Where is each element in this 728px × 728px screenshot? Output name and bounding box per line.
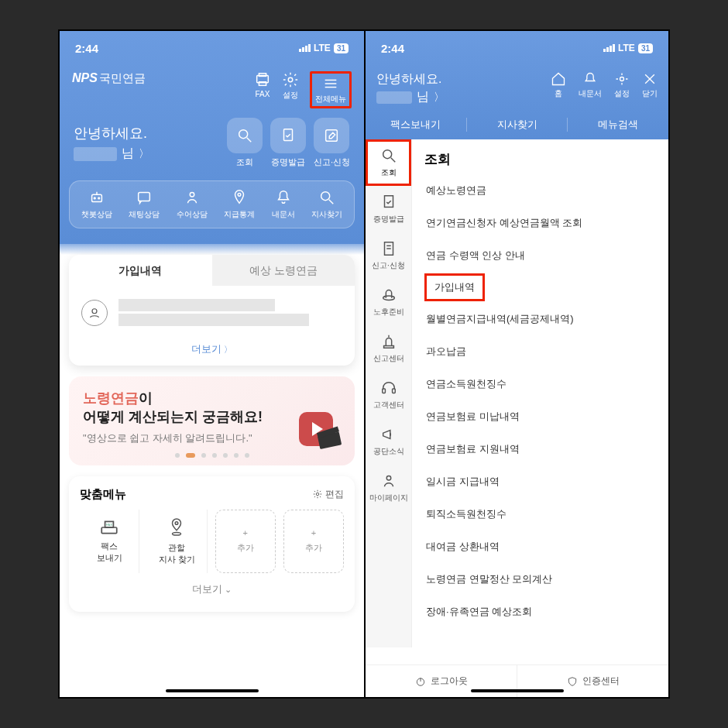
svg-point-13 — [98, 197, 100, 199]
fax-icon: FAX — [99, 519, 119, 536]
cert-action[interactable]: 증명발급 — [270, 118, 306, 168]
subnav: 팩스보내기 지사찾기 메뉴검색 — [366, 110, 668, 139]
menu-item[interactable]: 대여금 상환내역 — [424, 531, 656, 563]
settings-button[interactable]: 설정 — [282, 71, 299, 108]
settings-button[interactable]: 설정 — [614, 71, 630, 99]
redacted-info — [118, 297, 342, 328]
headset-icon — [380, 379, 397, 397]
svg-point-7 — [239, 130, 248, 139]
svg-point-16 — [190, 193, 194, 197]
branch-tab[interactable]: 지사찾기 — [467, 118, 568, 132]
svg-point-18 — [321, 192, 330, 201]
person-icon — [380, 472, 397, 489]
chevron-right-icon: 〉 — [224, 345, 232, 354]
mydoc-button[interactable]: 내문서 — [579, 71, 602, 99]
chevron-right-icon: 〉 — [139, 147, 149, 161]
menu-item-highlighted[interactable]: 가입내역 — [424, 273, 485, 301]
promo-banner[interactable]: 노령연금이어떻게 계산되는지 궁금해요! "영상으로 쉽고 자세히 알려드립니다… — [69, 376, 355, 465]
chat-button[interactable]: 채팅상담 — [129, 189, 160, 220]
quick-nav: 챗봇상담 채팅상담 수어상담 지급통계 내문서 지사찾기 — [69, 180, 355, 228]
battery-icon: 31 — [334, 43, 349, 53]
fax-shortcut[interactable]: FAX 팩스 보내기 — [80, 510, 139, 573]
svg-line-33 — [390, 158, 395, 163]
svg-rect-24 — [101, 527, 117, 534]
fax-button[interactable]: FAX — [254, 71, 271, 108]
fax-tab[interactable]: 팩스보내기 — [366, 118, 467, 132]
custom-menu-title: 맞춤메뉴 — [80, 487, 126, 502]
svg-point-38 — [383, 296, 394, 300]
mydoc-button[interactable]: 내문서 — [272, 189, 295, 220]
add-shortcut-1[interactable]: +추가 — [215, 510, 276, 573]
menu-item[interactable]: 일시금 지급내역 — [424, 465, 656, 498]
siren-icon — [380, 333, 397, 350]
custom-more-button[interactable]: 더보기 ⌄ — [80, 573, 344, 606]
home-icon — [551, 71, 566, 87]
svg-point-12 — [94, 197, 95, 199]
menusearch-tab[interactable]: 메뉴검색 — [568, 118, 668, 132]
rail-search[interactable]: 조회 — [366, 139, 411, 186]
menu-item[interactable]: 퇴직소득원천징수 — [424, 498, 656, 531]
chatbot-button[interactable]: 챗봇상담 — [81, 189, 112, 220]
custom-menu-card: 맞춤메뉴 편집 FAX 팩스 보내기 관할 지사 찾기 +추가 +추가 더보기 … — [69, 476, 355, 612]
rail-retire[interactable]: 노후준비 — [366, 279, 411, 325]
document-check-icon — [380, 194, 397, 211]
tab-subscription[interactable]: 가입내역 — [69, 255, 212, 286]
greeting[interactable]: 안녕하세요. 님〉 — [376, 71, 445, 105]
rail-mypage[interactable]: 마이페이지 — [366, 465, 411, 511]
menu-item[interactable]: 예상노령연금 — [424, 174, 656, 207]
greeting[interactable]: 안녕하세요. 님 〉 — [74, 124, 149, 162]
branch-button[interactable]: 지사찾기 — [311, 189, 342, 220]
menu-item[interactable]: 연금소득원천징수 — [424, 368, 656, 400]
menu-item[interactable]: 연기연금신청자 예상연금월액 조회 — [424, 207, 656, 239]
menu-item[interactable]: 연금보험료 미납내역 — [424, 400, 656, 433]
all-menu-button[interactable]: 전체메뉴 — [310, 71, 352, 108]
sign-button[interactable]: 수어상담 — [177, 189, 208, 220]
status-bar: 2:44 LTE 31 — [60, 31, 364, 65]
menu-item[interactable]: 장애·유족연금 예상조회 — [424, 596, 656, 628]
username-redacted — [376, 91, 412, 104]
tab-expected-pension[interactable]: 예상 노령연금 — [212, 255, 355, 286]
home-indicator[interactable] — [166, 689, 259, 692]
document-icon — [380, 240, 397, 257]
left-phone: 2:44 LTE 31 NPS국민연금 FAX 설정 — [60, 31, 364, 697]
rail-report[interactable]: 신고·신청 — [366, 232, 411, 279]
svg-rect-2 — [259, 82, 266, 86]
rail-news[interactable]: 공단소식 — [366, 418, 411, 465]
signal-icon — [603, 44, 615, 52]
svg-rect-41 — [382, 389, 385, 393]
edit-button[interactable]: 편집 — [312, 488, 344, 501]
rail-cs[interactable]: 고객센터 — [366, 372, 411, 418]
home-indicator[interactable] — [471, 689, 564, 692]
more-button[interactable]: 더보기 〉 — [69, 333, 355, 366]
megaphone-icon — [380, 426, 397, 443]
pin-icon — [168, 517, 185, 537]
menu-item[interactable]: 연금보험료 지원내역 — [424, 433, 656, 465]
rail-cert[interactable]: 증명발급 — [366, 186, 411, 232]
svg-rect-34 — [384, 196, 393, 208]
menu-item[interactable]: 노령연금 연말정산 모의계산 — [424, 563, 656, 596]
svg-point-27 — [176, 521, 179, 524]
menu-item[interactable]: 과오납금 — [424, 335, 656, 368]
menu-item[interactable]: 연금 수령액 인상 안내 — [424, 239, 656, 272]
delay-button[interactable]: 지급통계 — [224, 189, 255, 220]
branch-shortcut[interactable]: 관할 지사 찾기 — [147, 510, 207, 573]
username-redacted — [74, 147, 117, 161]
status-bar: 2:44 LTE 31 — [366, 31, 668, 65]
avatar-icon — [81, 300, 108, 326]
pin-icon — [231, 189, 248, 206]
person-icon — [184, 189, 201, 206]
search-action[interactable]: 조회 — [227, 118, 263, 168]
add-shortcut-2[interactable]: +추가 — [283, 510, 344, 573]
edit-icon — [323, 127, 340, 144]
fax-icon — [254, 71, 271, 88]
signal-icon — [299, 44, 311, 52]
menu-item[interactable]: 월별연금지급내역(세금공제내역) — [424, 303, 656, 335]
close-button[interactable]: 닫기 — [642, 71, 658, 99]
home-button[interactable]: 홈 — [551, 71, 566, 99]
search-icon — [380, 147, 397, 164]
carousel-dots[interactable] — [83, 453, 341, 458]
svg-rect-15 — [139, 193, 150, 201]
rail-alert[interactable]: 신고센터 — [366, 325, 411, 372]
report-action[interactable]: 신고·신청 — [314, 118, 350, 168]
shield-icon — [567, 676, 578, 687]
